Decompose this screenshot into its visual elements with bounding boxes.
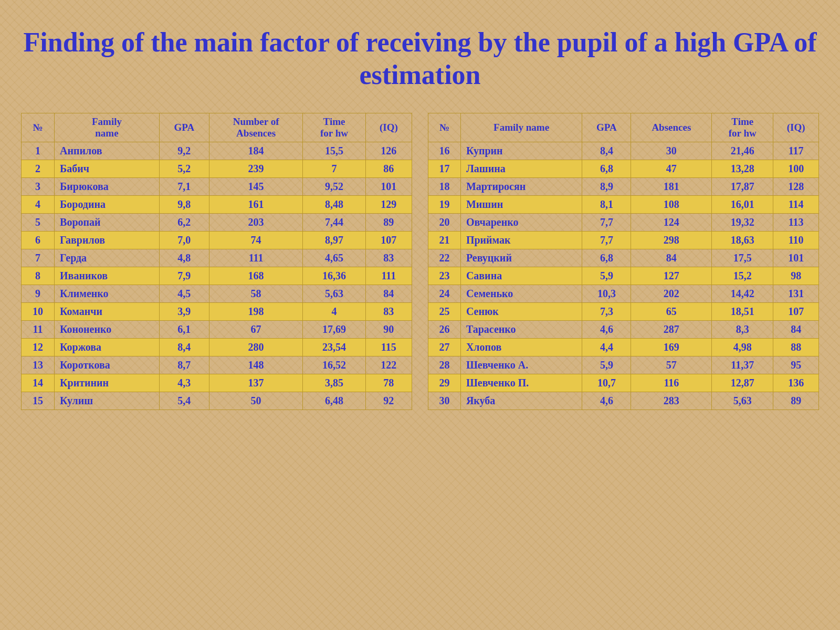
table-row: 18Мартиросян8,918117,87128: [428, 177, 819, 195]
table-row: 15Кулиш5,4506,4892: [22, 392, 412, 410]
table-row: 13Короткова8,714816,52122: [22, 356, 412, 374]
table-row: 26Тарасенко4,62878,384: [428, 320, 819, 338]
table-row: 17Лашина6,84713,28100: [428, 160, 819, 177]
page-title: Finding of the main factor of receiving …: [21, 26, 819, 92]
table-row: 22Ревуцкий6,88417,5101: [428, 249, 819, 267]
title-section: Finding of the main factor of receiving …: [21, 16, 819, 108]
col-header-family: Familyname: [55, 113, 160, 142]
col-header-family: Family name: [460, 113, 582, 142]
table-row: 25Сенюк7,36518,51107: [428, 302, 819, 320]
table-row: 23Савина5,912715,298: [428, 267, 819, 285]
table-row: 5Воропай6,22037,4489: [22, 213, 412, 231]
table-header-row: № Family name GPA Absences Timefor hw (I…: [428, 113, 819, 142]
table-row: 24Семенько10,320214,42131: [428, 285, 819, 302]
col-header-gpa: GPA: [582, 113, 631, 142]
tables-wrapper: № Familyname GPA Number ofAbsences Timef…: [21, 113, 819, 410]
table-row: 30Якуба4,62835,6389: [428, 392, 819, 410]
table-row: 6Гаврилов7,0748,97107: [22, 231, 412, 249]
table-row: 7Герда4,81114,6583: [22, 249, 412, 267]
col-header-num: №: [22, 113, 55, 142]
col-header-iq: (IQ): [773, 113, 819, 142]
table-header-row: № Familyname GPA Number ofAbsences Timef…: [22, 113, 412, 142]
col-header-absences: Absences: [631, 113, 712, 142]
right-table: № Family name GPA Absences Timefor hw (I…: [428, 113, 819, 410]
col-header-iq: (IQ): [365, 113, 412, 142]
table-row: 14Критинин4,31373,8578: [22, 374, 412, 392]
table-row: 27Хлопов4,41694,9888: [428, 338, 819, 356]
col-header-time: Timefor hw: [303, 113, 365, 142]
table-row: 4Бородина9,81618,48129: [22, 195, 412, 213]
left-table: № Familyname GPA Number ofAbsences Timef…: [21, 113, 412, 410]
col-header-gpa: GPA: [159, 113, 209, 142]
table-row: 21Приймак7,729818,63110: [428, 231, 819, 249]
table-row: 11Кононенко6,16717,6990: [22, 320, 412, 338]
table-row: 1Анпилов9,218415,5126: [22, 142, 412, 160]
table-row: 16Куприн8,43021,46117: [428, 142, 819, 160]
table-row: 19Мишин8,110816,01114: [428, 195, 819, 213]
col-header-num: №: [428, 113, 461, 142]
table-row: 20Овчаренко7,712419,32113: [428, 213, 819, 231]
table-row: 29Шевченко П.10,711612,87136: [428, 374, 819, 392]
table-row: 8Иваников7,916816,36111: [22, 267, 412, 285]
col-header-time: Timefor hw: [712, 113, 773, 142]
table-row: 2Бабич5,2239786: [22, 160, 412, 177]
col-header-absences: Number ofAbsences: [209, 113, 303, 142]
table-row: 9Клименко4,5585,6384: [22, 285, 412, 302]
table-row: 28Шевченко А.5,95711,3795: [428, 356, 819, 374]
table-row: 10Команчи3,9198483: [22, 302, 412, 320]
table-row: 3Бирюкова7,11459,52101: [22, 177, 412, 195]
table-row: 12Коржова8,428023,54115: [22, 338, 412, 356]
